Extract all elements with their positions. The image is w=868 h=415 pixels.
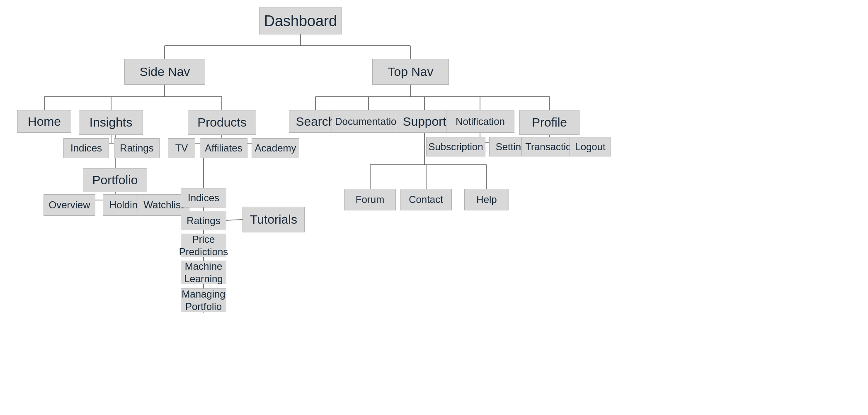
node-affiliates: Affiliates xyxy=(200,138,247,158)
node-insights: Insights xyxy=(79,110,143,135)
node-products: Products xyxy=(188,110,256,135)
node-overview: Overview xyxy=(44,194,95,216)
node-ratings_ins: Ratings xyxy=(114,138,160,158)
node-profile: Profile xyxy=(519,110,579,135)
node-home: Home xyxy=(17,110,71,133)
node-dashboard: Dashboard xyxy=(259,7,342,34)
node-ratings_prod: Ratings xyxy=(181,211,226,230)
node-documentation: Documentation xyxy=(332,110,405,133)
node-notification: Notification xyxy=(446,110,514,133)
node-subscription: Subscription xyxy=(426,137,485,156)
node-tutorials: Tutorials xyxy=(242,207,305,232)
node-indices_ins: Indices xyxy=(63,138,109,158)
node-tv: TV xyxy=(168,138,195,158)
node-help: Help xyxy=(464,189,509,210)
svg-line-32 xyxy=(226,220,242,220)
node-contact: Contact xyxy=(400,189,452,210)
node-academy: Academy xyxy=(252,138,299,158)
node-sidenav: Side Nav xyxy=(124,59,205,85)
node-support: Support xyxy=(396,110,453,133)
node-forum: Forum xyxy=(344,189,396,210)
node-topnav: Top Nav xyxy=(372,59,449,85)
node-ml: Machine Learning xyxy=(181,261,226,284)
node-logout: Logout xyxy=(570,137,611,156)
tree-diagram: DashboardSide NavTop NavHomeInsightsPort… xyxy=(0,0,868,415)
node-price_pred: Price Predictions xyxy=(181,234,226,257)
node-managing: Managing Portfolio xyxy=(181,288,226,312)
node-portfolio: Portfolio xyxy=(83,168,147,192)
node-indices_prod: Indices xyxy=(181,188,226,208)
